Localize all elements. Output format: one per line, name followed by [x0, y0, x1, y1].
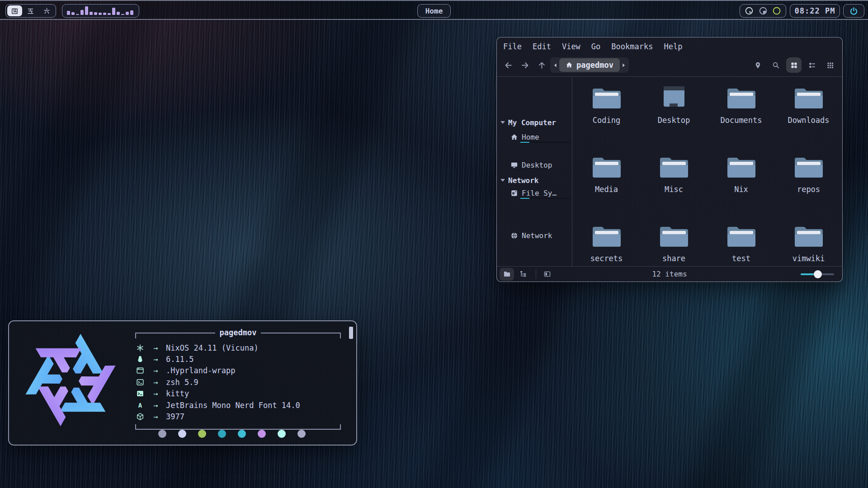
folder-item-desktop[interactable]: Desktop [640, 85, 708, 154]
visualizer-bar [112, 8, 115, 15]
folder-item-test[interactable]: test [708, 223, 775, 292]
zoom-slider[interactable] [801, 270, 834, 278]
up-button[interactable] [536, 59, 547, 71]
contrast-indicator-icon[interactable] [759, 6, 768, 15]
sidebar-item-desktop[interactable]: Desktop [497, 158, 572, 172]
folder-icon [793, 223, 825, 250]
list-view-icon [808, 61, 816, 69]
fetch-box-bottom [135, 424, 341, 430]
clock[interactable]: 08:22 PM [790, 4, 840, 18]
folder-item-coding[interactable]: Coding [573, 85, 640, 154]
palette-dot [297, 430, 306, 438]
palette-dot [178, 430, 186, 438]
folder-label: test [732, 254, 750, 263]
menu-go[interactable]: Go [591, 42, 600, 51]
folder-item-share[interactable]: share [640, 223, 708, 292]
sidebar-section-my-computer[interactable]: My Computer [497, 116, 572, 129]
nixos-logo [23, 332, 118, 428]
places-view-button[interactable] [500, 268, 514, 281]
ring-indicator-icon[interactable] [772, 6, 781, 15]
folder-item-misc[interactable]: Misc [640, 154, 708, 223]
folder-label: repos [797, 185, 820, 194]
menu-file[interactable]: File [503, 42, 522, 51]
selection-underline [520, 142, 570, 143]
folder-item-vimwiki[interactable]: vimwiki [775, 223, 842, 292]
fetch-row: →kitty [135, 388, 341, 399]
menu-help[interactable]: Help [664, 42, 682, 51]
workspace-button-六[interactable] [39, 5, 54, 16]
visualizer-bar [94, 12, 97, 15]
fetch-value: 3977 [166, 412, 184, 421]
path-scroll-left-button[interactable] [551, 58, 559, 72]
search-button[interactable] [768, 57, 783, 73]
sidebar-item-filesy[interactable]: File Sy… [497, 186, 572, 200]
menu-bookmarks[interactable]: Bookmarks [611, 42, 653, 51]
palette-dot [278, 430, 286, 438]
folder-label: Nix [734, 185, 748, 194]
folder-item-secrets[interactable]: secrets [573, 223, 640, 292]
active-window-title[interactable]: Home [417, 4, 451, 18]
svg-text:A: A [138, 401, 142, 408]
folder-label: Misc [665, 185, 683, 194]
file-manager-window: FileEditViewGoBookmarksHelp pagedmov My … [496, 37, 843, 282]
arrow-right-glyph: → [145, 389, 166, 398]
location-button[interactable] [750, 57, 765, 73]
folder-label: Coding [593, 116, 620, 125]
triangle-down-icon [500, 121, 505, 124]
folder-item-repos[interactable]: repos [775, 154, 842, 223]
visualizer-bar [76, 14, 79, 15]
zoom-slider-knob[interactable] [814, 270, 822, 278]
sidebar-item-network[interactable]: Network [497, 229, 572, 242]
drive-icon [510, 189, 518, 197]
folder-item-downloads[interactable]: Downloads [775, 85, 842, 154]
folder-item-media[interactable]: Media [573, 154, 640, 223]
power-button[interactable] [843, 4, 864, 18]
system-tray [740, 4, 786, 18]
status-divider [536, 270, 536, 279]
folder-item-nix[interactable]: Nix [708, 154, 775, 223]
folder-small-icon [503, 270, 511, 278]
tree-view-button[interactable] [516, 268, 530, 281]
terminal-window[interactable]: pagedmov →NixOS 24.11 (Vicuna)→6.11.5→.H… [8, 320, 357, 446]
folder-icon [658, 154, 690, 181]
search-icon [772, 61, 780, 69]
package-icon [135, 413, 145, 421]
arrow-right-glyph: → [145, 401, 166, 410]
workspace-button-四[interactable] [7, 5, 22, 16]
terminal-color-palette [158, 430, 306, 438]
fetch-row: →3977 [135, 411, 341, 422]
list-view-button[interactable] [804, 57, 820, 73]
sidebar-section-network[interactable]: Network [497, 174, 572, 187]
folder-item-documents[interactable]: Documents [708, 85, 775, 154]
visualizer-bar [126, 12, 129, 15]
workspace-button-五[interactable] [23, 5, 38, 16]
back-button[interactable] [502, 59, 514, 71]
menu-edit[interactable]: Edit [533, 42, 551, 51]
fetch-value: 6.11.5 [166, 355, 193, 364]
pie-indicator-icon[interactable] [745, 6, 754, 15]
path-scroll-right-button[interactable] [620, 58, 628, 72]
path-tab-home[interactable]: pagedmov [559, 58, 620, 72]
icon-view-button[interactable] [786, 57, 802, 73]
visualizer-bar [108, 13, 111, 15]
arrow-right-glyph: → [145, 343, 166, 352]
path-tab-label: pagedmov [576, 61, 613, 70]
clock-label: 08:22 PM [795, 6, 835, 15]
grid-view-icon [790, 61, 798, 69]
palette-dot [238, 430, 246, 438]
palette-dot [258, 430, 266, 438]
sidebar-toggle-button[interactable] [540, 268, 554, 281]
visualizer-bar [103, 13, 106, 15]
zoom-slider-track[interactable] [801, 273, 834, 275]
fetch-row: →.Hyprland-wrapp [135, 365, 341, 376]
places-sidebar: My ComputerHomeDesktopFile Sy…NetworkNet… [497, 77, 572, 266]
menu-view[interactable]: View [562, 42, 580, 51]
forward-button[interactable] [519, 59, 531, 71]
folder-label: vimwiki [793, 254, 825, 263]
status-bar-fm: 12 items [497, 266, 842, 282]
arrow-right-glyph: → [145, 378, 166, 387]
sidebar-item-home[interactable]: Home [497, 130, 572, 144]
palette-dot [158, 430, 166, 438]
compact-view-button[interactable] [822, 57, 838, 73]
globe-icon [510, 232, 518, 239]
